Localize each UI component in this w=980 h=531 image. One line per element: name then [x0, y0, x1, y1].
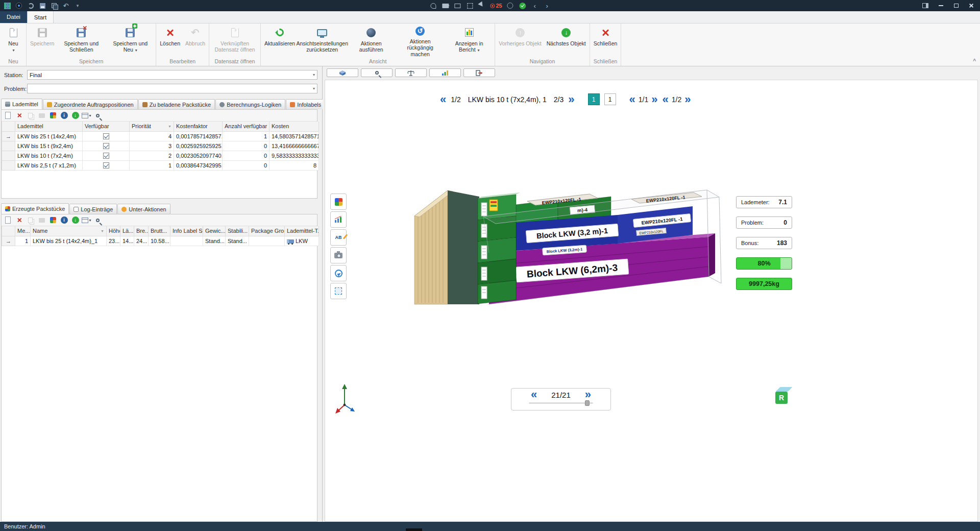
undo-icon[interactable]: ↶	[62, 2, 70, 10]
verfuegbar-checkbox[interactable]	[103, 133, 109, 139]
col-package-group[interactable]: Package Group	[249, 226, 285, 236]
new-row-button[interactable]	[3, 111, 13, 120]
tab-infolabels[interactable]: Infolabels	[286, 99, 325, 109]
chevron-left-icon[interactable]: «	[662, 94, 668, 105]
layers-icon[interactable]	[50, 2, 58, 10]
open-row-button[interactable]	[37, 111, 46, 120]
side-tool-navigate-button[interactable]	[330, 265, 347, 281]
table-row[interactable]: → 1 LKW bis 25 t (14x2,4m)_1 23... 14...…	[2, 236, 319, 246]
schliessen-button[interactable]: Schließen	[591, 24, 620, 58]
abbruch-button[interactable]: ↶ Abbruch	[183, 24, 208, 58]
tab-unter-aktionen[interactable]: Unter-Aktionen	[117, 204, 170, 214]
export-button[interactable]: ↓	[70, 215, 80, 225]
delete-row-button[interactable]	[14, 215, 24, 225]
col-stabilitaet[interactable]: Stabili...	[226, 226, 249, 236]
speichern-und-neu-button[interactable]: Speichern und Neu ▾	[106, 24, 155, 58]
vorheriges-objekt-button[interactable]: ↑ Vorheriges Objekt	[496, 24, 544, 58]
chevron-right-icon[interactable]: »	[585, 389, 591, 400]
delete-row-button[interactable]	[14, 111, 24, 120]
problem-select[interactable]: ▾	[27, 84, 317, 93]
info-button[interactable]: i	[59, 215, 69, 225]
anzeigen-in-bericht-button[interactable]: Anzeigen in Bericht ▾	[445, 24, 494, 58]
layout-button[interactable]	[48, 111, 58, 120]
info-button[interactable]: i	[59, 111, 69, 120]
viewer-tool-3d-button[interactable]	[327, 68, 358, 77]
step-slider[interactable]	[529, 400, 593, 406]
col-lademittel-typ[interactable]: Lademittel-T...	[285, 226, 319, 236]
layout-button[interactable]	[48, 215, 58, 225]
tab-zugeordnete-auftragspositionen[interactable]: Zugeordnete Auftragspositionen	[43, 99, 138, 109]
verfuegbar-checkbox[interactable]	[103, 162, 109, 168]
col-infolabel[interactable]: Info Label St...	[170, 226, 203, 236]
search-button[interactable]	[93, 111, 103, 120]
col-menge[interactable]: Me...	[15, 226, 31, 236]
col-anzahl-verfuegbar[interactable]: Anzahl verfügbar	[223, 122, 270, 131]
page-button-1[interactable]: 1	[588, 93, 600, 105]
panel-toggle-button[interactable]	[918, 0, 933, 11]
tab-datei[interactable]: Datei	[0, 11, 27, 23]
col-kosten[interactable]: Kosten	[270, 122, 319, 131]
speichern-und-schliessen-button[interactable]: Speichern und Schließen	[57, 24, 106, 58]
camera-icon[interactable]	[441, 2, 449, 10]
col-kostenfaktor[interactable]: Kostenfaktor	[174, 122, 223, 131]
aktionen-ausfuehren-button[interactable]: Aktionen ausführen	[347, 24, 396, 58]
col-breite[interactable]: Bre...	[134, 226, 149, 236]
side-tool-screenshot-button[interactable]	[330, 247, 347, 263]
chevron-right-icon[interactable]: »	[651, 94, 657, 105]
ansichtseinstellungen-button[interactable]: Ansichtseinstellungen zurücksetzen	[298, 24, 347, 58]
verfuegbar-checkbox[interactable]	[103, 143, 109, 149]
col-hoehe[interactable]: Höhe	[107, 226, 120, 236]
neu-button[interactable]: Neu▾	[2, 24, 25, 58]
chevron-right-icon[interactable]: »	[684, 94, 691, 105]
viewer-tool-balance-button[interactable]	[395, 68, 427, 77]
side-tool-chart-button[interactable]	[330, 211, 347, 228]
tab-erzeugte-packstuecke[interactable]: Erzeugte Packstücke	[1, 203, 69, 214]
slider-handle[interactable]	[585, 400, 590, 406]
verknuepften-datensatz-button[interactable]: Verknüpften Datensatz öffnen	[210, 24, 259, 58]
side-tool-palette-button[interactable]	[330, 194, 347, 210]
chevron-left-icon[interactable]: «	[531, 389, 537, 400]
viewer-tool-exit-button[interactable]	[463, 68, 495, 77]
chevron-left-icon[interactable]: «	[629, 94, 635, 105]
refresh-icon[interactable]	[27, 2, 35, 10]
close-window-button[interactable]	[964, 0, 979, 11]
search-button[interactable]	[93, 215, 103, 225]
cursor-icon[interactable]	[478, 2, 486, 10]
table-row[interactable]: LKW bis 15 t (9x2,4m) 3 0,0025925925925.…	[2, 141, 319, 151]
col-lademittel[interactable]: Lademittel	[15, 122, 83, 131]
minimize-button[interactable]	[933, 0, 948, 11]
col-gewicht[interactable]: Gewic...	[203, 226, 226, 236]
clip-icon[interactable]	[429, 2, 437, 10]
tab-start[interactable]: Start	[27, 11, 54, 23]
prev-arrow-icon[interactable]: ‹	[531, 2, 539, 10]
copy-row-button[interactable]	[26, 111, 35, 120]
truck-3d-scene[interactable]: m)-4 EWP210x120FL -1 EWP210x120FL -1 Blo…	[407, 177, 723, 310]
tab-zu-beladene-packstuecke[interactable]: Zu beladene Packstücke	[138, 99, 215, 109]
aktualisieren-button[interactable]: Aktualisieren	[262, 24, 298, 58]
col-prioritaet[interactable]: Priorität▼	[130, 122, 174, 131]
app-logo-icon[interactable]	[3, 2, 11, 10]
col-laenge[interactable]: Lä...	[120, 226, 134, 236]
page-button-2[interactable]: 1	[604, 93, 616, 105]
table-row[interactable]: → LKW bis 25 t (14x2,4m) 4 0,00178571428…	[2, 131, 319, 141]
record-icon[interactable]	[15, 2, 23, 10]
col-brutto[interactable]: Brutt...	[149, 226, 170, 236]
open-row-button[interactable]	[37, 215, 46, 225]
grid-settings-button[interactable]: ▾	[82, 111, 91, 120]
verfuegbar-checkbox[interactable]	[103, 153, 109, 159]
viewer-tool-search-button[interactable]	[361, 68, 393, 77]
tab-lademittel[interactable]: Lademittel	[1, 99, 42, 109]
display-icon[interactable]	[453, 2, 461, 10]
side-tool-labels-button[interactable]: AB	[330, 229, 347, 246]
tab-berechnungs-logiken[interactable]: Berechnungs-Logiken	[215, 99, 285, 109]
side-tool-select-button[interactable]	[330, 283, 347, 299]
new-row-button[interactable]	[3, 215, 13, 225]
next-arrow-icon[interactable]: ›	[543, 2, 551, 10]
col-verfuegbar[interactable]: Verfügbar	[83, 122, 130, 131]
viewer-tool-measure-button[interactable]	[429, 68, 461, 77]
naechstes-objekt-button[interactable]: ↓ Nächstes Objekt	[544, 24, 589, 58]
speichern-button[interactable]: Speichern	[28, 24, 57, 58]
copy-row-button[interactable]	[26, 215, 35, 225]
table-row[interactable]: LKW bis 10 t (7x2,4m) 2 0,0023052097740.…	[2, 151, 319, 160]
chevron-left-icon[interactable]: «	[440, 94, 446, 105]
